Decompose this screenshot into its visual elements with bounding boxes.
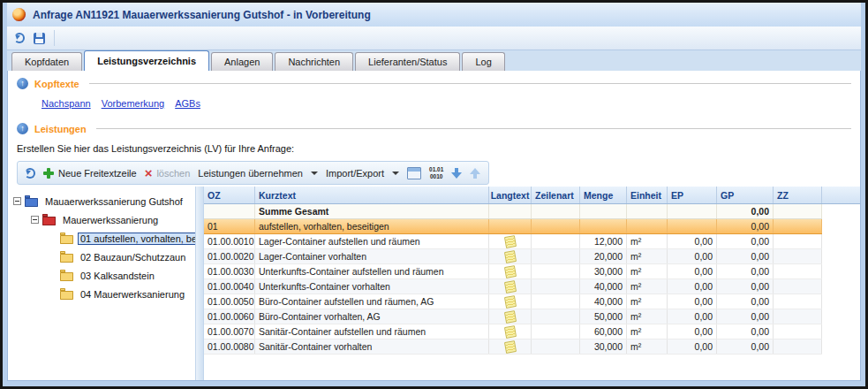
table-row[interactable]: 01.00.0070Sanitär-Container aufstellen u…: [204, 324, 822, 339]
refresh-icon[interactable]: [25, 168, 35, 179]
table-row[interactable]: 01.00.0040Unterkunfts-Container vorhalte…: [204, 279, 822, 294]
tab-leistungsverzeichnis[interactable]: Leistungsverzeichnis: [84, 50, 209, 71]
folder-icon: [42, 217, 56, 225]
save-icon[interactable]: [34, 33, 45, 44]
cell-ep: 0,00: [668, 309, 717, 324]
tab-content-leistungsverzeichnis: ↑ Kopftexte Nachspann Vorbemerkung AGBs …: [7, 71, 861, 381]
folder-icon: [60, 235, 73, 244]
kopftexte-section-header: ↑ Kopftexte: [17, 78, 851, 89]
cell-zz: [774, 219, 822, 233]
cell-zeilenart: [532, 204, 580, 218]
cell-langtext: [489, 219, 532, 233]
table-row[interactable]: 01.00.0030Unterkunfts-Container aufstell…: [204, 264, 822, 279]
cell-ep: 0,00: [668, 234, 717, 248]
tree-item[interactable]: 02 Bauzaun/Schutzzaun: [13, 248, 193, 266]
tab-log[interactable]: Log: [462, 52, 504, 71]
cell-gp: 0,00: [717, 339, 774, 354]
renumber-oz-icon[interactable]: 01.01 0010: [429, 166, 443, 179]
tab-lieferanten-status[interactable]: Lieferanten/Status: [355, 52, 460, 71]
delete-button[interactable]: × löschen: [145, 167, 191, 179]
table-row[interactable]: 01.00.0080Sanitär-Container vorhalten30,…: [204, 339, 822, 355]
positions-view-icon[interactable]: [407, 167, 421, 179]
take-over-services-button[interactable]: Leistungen übernehmen: [198, 168, 318, 179]
cell-langtext: [489, 204, 532, 218]
tree-item[interactable]: 01 aufstellen, vorhalten, besei: [13, 229, 193, 248]
cell-einheit: m²: [627, 309, 668, 324]
tree-item[interactable]: Mauaerwerkssanierung Gutshof: [13, 192, 193, 210]
cell-zz: [774, 279, 822, 294]
table-row[interactable]: 01aufstellen, vorhalten, beseitigen0,00: [204, 219, 822, 234]
nachspann-link[interactable]: Nachspann: [42, 98, 91, 109]
column-header-einheit[interactable]: Einheit: [627, 187, 668, 203]
table-row[interactable]: 01.00.0050Büro-Container aufstellen und …: [204, 294, 822, 309]
cell-menge: 20,000: [580, 249, 627, 263]
collapse-node-icon[interactable]: [13, 197, 21, 205]
tab-nachrichten[interactable]: Nachrichten: [275, 52, 353, 71]
cell-kurztext: Sanitär-Container vorhalten: [255, 339, 489, 354]
column-header-ep[interactable]: EP: [668, 187, 717, 203]
lv-intro-text: Erstellen Sie hier das Leistungsverzeich…: [17, 143, 860, 154]
cell-menge: [580, 219, 627, 233]
agbs-link[interactable]: AGBs: [175, 98, 200, 109]
langtext-note-icon[interactable]: [503, 265, 516, 278]
column-header-langtext[interactable]: Langtext: [489, 187, 532, 203]
table-row[interactable]: Summe Gesamt0,00: [204, 204, 822, 219]
vorbemerkung-link[interactable]: Vorbemerkung: [102, 98, 165, 109]
langtext-note-icon[interactable]: [503, 235, 516, 248]
column-header-kurztext[interactable]: Kurztext: [255, 187, 489, 203]
tree-item[interactable]: Mauerwerkssanierung: [13, 210, 193, 229]
cell-langtext: [489, 264, 532, 278]
cell-kurztext: Lager-Container vorhalten: [255, 249, 489, 263]
splitter-handle[interactable]: [195, 187, 204, 380]
table-row[interactable]: 01.00.0010Lager-Container aufstellen und…: [204, 234, 822, 249]
cell-langtext: [489, 339, 532, 354]
new-freetext-button[interactable]: Neue Freitextzeile: [43, 168, 137, 179]
cell-einheit: m²: [627, 339, 668, 354]
cell-gp: 0,00: [717, 309, 774, 324]
langtext-note-icon[interactable]: [503, 325, 516, 339]
cell-zz: [774, 264, 822, 278]
main-toolbar: [7, 27, 861, 50]
collapse-section-icon[interactable]: ↑: [17, 78, 28, 89]
collapse-node-icon[interactable]: [31, 216, 39, 224]
cell-langtext: [489, 309, 532, 324]
tab-strip: Kopfdaten Leistungsverzeichnis Anlagen N…: [7, 50, 861, 71]
column-header-oz[interactable]: OZ: [204, 187, 255, 203]
langtext-note-icon[interactable]: [503, 250, 516, 263]
tree-item[interactable]: 03 Kalksandstein: [13, 266, 193, 285]
cell-gp: 0,00: [717, 279, 774, 294]
cell-oz: 01.00.0060: [204, 309, 255, 324]
refresh-icon[interactable]: [14, 33, 25, 43]
tree-item[interactable]: 04 Mauerwerksanierung: [13, 285, 193, 303]
move-up-icon[interactable]: [470, 167, 480, 179]
import-export-label: Import/Export: [326, 168, 384, 179]
cell-ep: 0,00: [668, 264, 717, 278]
table-row[interactable]: 01.00.0020Lager-Container vorhalten20,00…: [204, 249, 822, 264]
table-row[interactable]: 01.00.0060Büro-Container vorhalten, AG50…: [204, 309, 822, 324]
column-header-zeilenart[interactable]: Zeilenart: [532, 187, 580, 203]
cell-gp: 0,00: [717, 204, 774, 218]
cell-ep: 0,00: [668, 339, 717, 354]
cell-kurztext: Lager-Container aufstellen und räumen: [255, 234, 489, 248]
cell-menge: 50,000: [580, 309, 627, 324]
table-body: Summe Gesamt0,0001aufstellen, vorhalten,…: [204, 204, 860, 380]
tab-anlagen[interactable]: Anlagen: [211, 52, 273, 71]
collapse-section-icon[interactable]: ↑: [17, 123, 28, 134]
tab-kopfdaten[interactable]: Kopfdaten: [11, 52, 82, 71]
new-freetext-label: Neue Freitextzeile: [58, 168, 137, 179]
cell-zeilenart: [532, 279, 580, 294]
cell-kurztext: Unterkunfts-Container aufstellen und räu…: [255, 264, 489, 278]
column-header-menge[interactable]: Menge: [580, 187, 627, 203]
cell-gp: 0,00: [717, 234, 774, 248]
cell-zeilenart: [532, 234, 580, 248]
import-export-button[interactable]: Import/Export: [326, 168, 399, 179]
langtext-note-icon[interactable]: [503, 280, 516, 294]
cell-zeilenart: [532, 339, 580, 354]
column-header-zz[interactable]: ZZ: [774, 187, 822, 203]
column-header-gp[interactable]: GP: [717, 187, 774, 203]
langtext-note-icon[interactable]: [503, 340, 516, 354]
langtext-note-icon[interactable]: [503, 310, 516, 324]
move-down-icon[interactable]: [451, 167, 462, 179]
cell-ep: [668, 204, 717, 218]
langtext-note-icon[interactable]: [503, 295, 516, 309]
